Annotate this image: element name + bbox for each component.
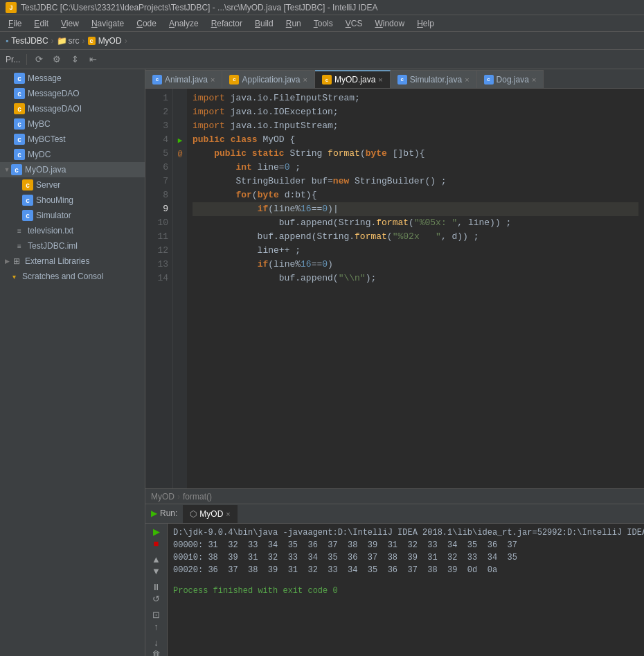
class-icon: c bbox=[22, 195, 33, 206]
tab-icon: c bbox=[397, 75, 407, 85]
run-content: ▶ ■ ▲ ▼ ⏸ ↺ ⊡ ↑ ↓ 🗑 D:\jdk- bbox=[145, 524, 644, 656]
line-num: 12 bbox=[145, 244, 172, 258]
tree-item-scratches[interactable]: ▾ Scratches and Consol bbox=[0, 269, 145, 284]
class-icon: c bbox=[14, 134, 25, 145]
breadcrumb-project[interactable]: TestJDBC bbox=[11, 36, 48, 46]
code-line: import java.io.FileInputStream; bbox=[193, 91, 638, 105]
tree-item-shouming[interactable]: c ShouMing bbox=[0, 193, 145, 208]
menu-navigate[interactable]: Navigate bbox=[86, 17, 129, 30]
line-num: 2 bbox=[145, 105, 172, 119]
breadcrumb-file[interactable]: MyOD bbox=[98, 36, 122, 46]
menu-refactor[interactable]: Refactor bbox=[206, 17, 248, 30]
menu-run[interactable]: Run bbox=[280, 17, 307, 30]
tree-item-server[interactable]: c Server bbox=[0, 177, 145, 193]
menu-bar: File Edit View Navigate Code Analyze Ref… bbox=[0, 15, 644, 32]
settings-button[interactable]: ⚙ bbox=[48, 52, 65, 67]
tree-item-messagedao[interactable]: c MessageDAO bbox=[0, 86, 145, 101]
tab-close[interactable]: × bbox=[532, 76, 536, 84]
run-stop-button[interactable]: ■ bbox=[148, 538, 165, 549]
code-line: buf.append(String.format("%02x ", d)) ; bbox=[193, 230, 638, 244]
tree-label: TestJDBC.iml bbox=[28, 241, 78, 251]
expand-button[interactable]: ⇕ bbox=[66, 52, 83, 67]
gutter-cell bbox=[173, 216, 187, 230]
menu-build[interactable]: Build bbox=[249, 17, 279, 30]
main-layout: c Message c MessageDAO c MessageDAOI c M… bbox=[0, 69, 644, 656]
code-line: StringBuilder buf=new StringBuilder() ; bbox=[193, 175, 638, 188]
tab-close[interactable]: × bbox=[465, 76, 469, 84]
project-label: Pr... bbox=[3, 55, 23, 64]
tab-icon: c bbox=[322, 75, 332, 85]
run-play-button[interactable]: ▶ bbox=[148, 526, 165, 537]
tree-item-messagedaoi[interactable]: c MessageDAOI bbox=[0, 101, 145, 116]
gutter-cell bbox=[173, 161, 187, 175]
tab-label: MyOD.java bbox=[334, 75, 375, 85]
tree-item-simulator[interactable]: c Simulator bbox=[0, 208, 145, 223]
gutter-run-cell[interactable]: ▶ bbox=[173, 133, 187, 147]
tab-close[interactable]: × bbox=[378, 76, 382, 84]
class-icon: c bbox=[14, 73, 25, 84]
tree-item-mybctest[interactable]: c MyBCTest bbox=[0, 132, 145, 147]
breadcrumb-src[interactable]: src bbox=[69, 36, 80, 46]
sync-button[interactable]: ⟳ bbox=[30, 52, 47, 67]
tree-item-testjdbc-iml[interactable]: ≡ TestJDBC.iml bbox=[0, 238, 145, 254]
ed-bc-class[interactable]: MyOD bbox=[151, 492, 175, 502]
import-button[interactable]: ↓ bbox=[148, 637, 165, 648]
ed-bc-method[interactable]: format() bbox=[183, 492, 212, 502]
tab-myod-java[interactable]: c MyOD.java × bbox=[315, 70, 391, 88]
tab-application-java[interactable]: c Application.java × bbox=[222, 70, 315, 88]
scroll-up-button[interactable]: ▲ bbox=[148, 554, 165, 565]
tab-animal-java[interactable]: c Animal.java × bbox=[145, 70, 222, 88]
line-num: 3 bbox=[145, 119, 172, 133]
menu-code[interactable]: Code bbox=[131, 17, 162, 30]
run-panel: ▶ Run: ⬡ MyOD × ▶ ■ ▲ ▼ bbox=[145, 504, 644, 656]
menu-file[interactable]: File bbox=[3, 17, 27, 30]
gutter-cell bbox=[173, 105, 187, 119]
tab-simulator-java[interactable]: c Simulator.java × bbox=[391, 70, 477, 88]
menu-help[interactable]: Help bbox=[411, 17, 440, 30]
scroll-down-button[interactable]: ▼ bbox=[148, 566, 165, 576]
tab-label: Dog.java bbox=[497, 75, 529, 85]
gutter-cell bbox=[173, 244, 187, 258]
gutter-bp-cell[interactable]: @ bbox=[173, 147, 187, 161]
run-tab-myod[interactable]: ⬡ MyOD × bbox=[183, 505, 237, 523]
output-line3: 00020: 36 37 38 39 31 32 33 34 35 36 37 … bbox=[173, 564, 638, 576]
pause-button[interactable]: ⏸ bbox=[148, 582, 165, 592]
editor-area: c Animal.java × c Application.java × c M… bbox=[145, 69, 644, 504]
menu-vcs[interactable]: VCS bbox=[340, 17, 368, 30]
tree-item-mydc[interactable]: c MyDC bbox=[0, 147, 145, 162]
output-cmd: D:\jdk-9.0.4\bin\java -javaagent:D:\Inte… bbox=[173, 526, 638, 539]
code-editor[interactable]: 1 2 3 4 5 6 7 8 9 10 11 12 13 14 bbox=[145, 89, 644, 488]
screenshot-button[interactable]: ⊡ bbox=[148, 610, 165, 620]
export-button[interactable]: ↑ bbox=[148, 621, 165, 632]
menu-tools[interactable]: Tools bbox=[308, 17, 339, 30]
code-line: buf.append(String.format("%05x: ", line)… bbox=[193, 216, 638, 230]
tree-item-television[interactable]: ≡ television.txt bbox=[0, 223, 145, 238]
tab-icon: c bbox=[484, 75, 494, 85]
menu-window[interactable]: Window bbox=[369, 17, 410, 30]
tree-item-external-libs[interactable]: ▶ ⊞ External Libraries bbox=[0, 254, 145, 269]
rerun-button[interactable]: ↺ bbox=[148, 594, 165, 604]
code-content[interactable]: import java.io.FileInputStream; import j… bbox=[187, 89, 644, 488]
menu-view[interactable]: View bbox=[55, 17, 84, 30]
gutter-cell bbox=[173, 91, 187, 105]
editor-tabs: c Animal.java × c Application.java × c M… bbox=[145, 69, 644, 89]
tree-item-mybc[interactable]: c MyBC bbox=[0, 116, 145, 132]
run-label: ▶ Run: bbox=[145, 504, 183, 523]
tab-close[interactable]: × bbox=[211, 76, 215, 84]
tree-arrow: ▶ bbox=[3, 258, 11, 265]
tree-label: Scratches and Consol bbox=[22, 272, 103, 281]
collapse-button[interactable]: ⇤ bbox=[84, 52, 101, 67]
tab-dog-java[interactable]: c Dog.java × bbox=[477, 70, 544, 88]
tree-item-myod[interactable]: ▼ c MyOD.java bbox=[0, 162, 145, 177]
gutter-cell bbox=[173, 258, 187, 272]
menu-edit[interactable]: Edit bbox=[28, 17, 54, 30]
output-line1: 00000: 31 32 33 34 35 36 37 38 39 31 32 … bbox=[173, 539, 638, 551]
run-tab-close[interactable]: × bbox=[226, 510, 230, 518]
run-toolbar: ▶ ■ ▲ ▼ ⏸ ↺ ⊡ ↑ ↓ 🗑 bbox=[145, 524, 168, 656]
menu-analyze[interactable]: Analyze bbox=[163, 17, 204, 30]
library-icon: ⊞ bbox=[11, 256, 22, 267]
class-icon: c bbox=[14, 118, 25, 130]
clear-button[interactable]: 🗑 bbox=[148, 649, 165, 656]
tree-item-message[interactable]: c Message bbox=[0, 71, 145, 86]
tab-close[interactable]: × bbox=[303, 76, 307, 84]
